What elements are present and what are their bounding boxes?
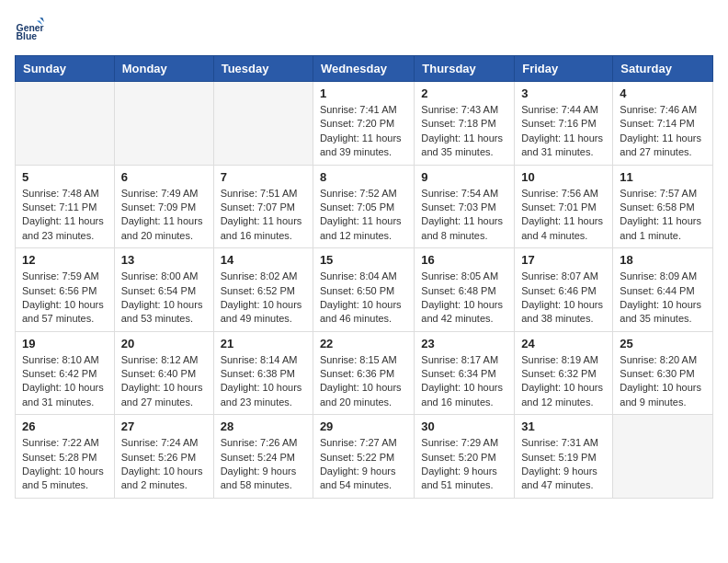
week-row-1: 1Sunrise: 7:41 AMSunset: 7:20 PMDaylight… bbox=[16, 82, 713, 166]
cell-info: Sunrise: 7:43 AMSunset: 7:18 PMDaylight:… bbox=[421, 103, 507, 160]
day-number: 20 bbox=[121, 337, 207, 350]
calendar-cell: 22Sunrise: 8:15 AMSunset: 6:36 PMDayligh… bbox=[313, 331, 414, 415]
day-number: 8 bbox=[320, 170, 407, 184]
day-number: 17 bbox=[521, 253, 606, 267]
day-number: 2 bbox=[421, 86, 507, 100]
day-number: 1 bbox=[320, 86, 407, 100]
calendar-cell bbox=[114, 82, 213, 166]
week-row-4: 19Sunrise: 8:10 AMSunset: 6:42 PMDayligh… bbox=[16, 331, 713, 415]
weekday-header-sunday: Sunday bbox=[16, 56, 115, 82]
calendar-cell: 27Sunrise: 7:24 AMSunset: 5:26 PMDayligh… bbox=[114, 415, 213, 499]
day-number: 27 bbox=[121, 419, 207, 433]
calendar-cell: 4Sunrise: 7:46 AMSunset: 7:14 PMDaylight… bbox=[613, 82, 713, 166]
day-number: 9 bbox=[421, 170, 507, 184]
weekday-header-saturday: Saturday bbox=[613, 56, 713, 82]
cell-info: Sunrise: 7:52 AMSunset: 7:05 PMDaylight:… bbox=[320, 187, 407, 244]
calendar-header-row: SundayMondayTuesdayWednesdayThursdayFrid… bbox=[16, 56, 713, 82]
cell-info: Sunrise: 7:54 AMSunset: 7:03 PMDaylight:… bbox=[421, 187, 507, 244]
calendar-cell: 19Sunrise: 8:10 AMSunset: 6:42 PMDayligh… bbox=[16, 331, 115, 415]
day-number: 31 bbox=[521, 419, 606, 433]
cell-info: Sunrise: 8:10 AMSunset: 6:42 PMDaylight:… bbox=[22, 353, 108, 410]
cell-info: Sunrise: 7:49 AMSunset: 7:09 PMDaylight:… bbox=[121, 187, 207, 244]
calendar-cell: 6Sunrise: 7:49 AMSunset: 7:09 PMDaylight… bbox=[114, 165, 213, 248]
cell-info: Sunrise: 7:44 AMSunset: 7:16 PMDaylight:… bbox=[521, 103, 606, 160]
calendar-cell: 12Sunrise: 7:59 AMSunset: 6:56 PMDayligh… bbox=[16, 248, 115, 332]
calendar-cell: 25Sunrise: 8:20 AMSunset: 6:30 PMDayligh… bbox=[613, 331, 713, 415]
day-number: 30 bbox=[421, 419, 507, 433]
calendar-cell: 8Sunrise: 7:52 AMSunset: 7:05 PMDaylight… bbox=[313, 165, 414, 248]
calendar-cell: 30Sunrise: 7:29 AMSunset: 5:20 PMDayligh… bbox=[415, 415, 515, 499]
cell-info: Sunrise: 8:17 AMSunset: 6:34 PMDaylight:… bbox=[421, 353, 507, 410]
logo: General Blue bbox=[15, 15, 48, 44]
calendar-cell: 21Sunrise: 8:14 AMSunset: 6:38 PMDayligh… bbox=[213, 331, 313, 415]
calendar-cell: 31Sunrise: 7:31 AMSunset: 5:19 PMDayligh… bbox=[515, 415, 613, 499]
cell-info: Sunrise: 7:27 AMSunset: 5:22 PMDaylight:… bbox=[320, 436, 407, 493]
day-number: 29 bbox=[320, 419, 407, 433]
page-header: General Blue bbox=[15, 15, 713, 44]
week-row-2: 5Sunrise: 7:48 AMSunset: 7:11 PMDaylight… bbox=[16, 165, 713, 248]
cell-info: Sunrise: 7:46 AMSunset: 7:14 PMDaylight:… bbox=[620, 103, 706, 160]
cell-info: Sunrise: 7:59 AMSunset: 6:56 PMDaylight:… bbox=[22, 270, 108, 327]
calendar-cell: 9Sunrise: 7:54 AMSunset: 7:03 PMDaylight… bbox=[415, 165, 515, 248]
day-number: 12 bbox=[22, 253, 108, 267]
day-number: 14 bbox=[221, 253, 306, 267]
week-row-3: 12Sunrise: 7:59 AMSunset: 6:56 PMDayligh… bbox=[16, 248, 713, 332]
cell-info: Sunrise: 8:04 AMSunset: 6:50 PMDaylight:… bbox=[320, 270, 407, 327]
cell-info: Sunrise: 7:29 AMSunset: 5:20 PMDaylight:… bbox=[421, 436, 507, 493]
cell-info: Sunrise: 7:48 AMSunset: 7:11 PMDaylight:… bbox=[22, 187, 108, 244]
calendar-cell: 23Sunrise: 8:17 AMSunset: 6:34 PMDayligh… bbox=[415, 331, 515, 415]
cell-info: Sunrise: 7:41 AMSunset: 7:20 PMDaylight:… bbox=[320, 103, 407, 160]
cell-info: Sunrise: 7:31 AMSunset: 5:19 PMDaylight:… bbox=[521, 436, 606, 493]
cell-info: Sunrise: 8:15 AMSunset: 6:36 PMDaylight:… bbox=[320, 353, 407, 410]
weekday-header-thursday: Thursday bbox=[415, 56, 515, 82]
day-number: 23 bbox=[421, 337, 507, 350]
day-number: 28 bbox=[221, 419, 306, 433]
calendar-cell: 7Sunrise: 7:51 AMSunset: 7:07 PMDaylight… bbox=[213, 165, 313, 248]
cell-info: Sunrise: 7:57 AMSunset: 6:58 PMDaylight:… bbox=[620, 187, 706, 244]
cell-info: Sunrise: 7:51 AMSunset: 7:07 PMDaylight:… bbox=[221, 187, 306, 244]
day-number: 22 bbox=[320, 337, 407, 350]
calendar-table: SundayMondayTuesdayWednesdayThursdayFrid… bbox=[15, 55, 713, 499]
day-number: 11 bbox=[620, 170, 706, 184]
calendar-cell: 11Sunrise: 7:57 AMSunset: 6:58 PMDayligh… bbox=[613, 165, 713, 248]
calendar-cell: 26Sunrise: 7:22 AMSunset: 5:28 PMDayligh… bbox=[16, 415, 115, 499]
calendar-cell bbox=[16, 82, 115, 166]
cell-info: Sunrise: 7:26 AMSunset: 5:24 PMDaylight:… bbox=[221, 436, 306, 493]
calendar-cell: 14Sunrise: 8:02 AMSunset: 6:52 PMDayligh… bbox=[213, 248, 313, 332]
calendar-cell: 16Sunrise: 8:05 AMSunset: 6:48 PMDayligh… bbox=[415, 248, 515, 332]
calendar-cell: 2Sunrise: 7:43 AMSunset: 7:18 PMDaylight… bbox=[415, 82, 515, 166]
svg-text:Blue: Blue bbox=[17, 31, 38, 41]
day-number: 16 bbox=[421, 253, 507, 267]
calendar-cell: 10Sunrise: 7:56 AMSunset: 7:01 PMDayligh… bbox=[515, 165, 613, 248]
weekday-header-monday: Monday bbox=[114, 56, 213, 82]
weekday-header-wednesday: Wednesday bbox=[313, 56, 414, 82]
cell-info: Sunrise: 8:09 AMSunset: 6:44 PMDaylight:… bbox=[620, 270, 706, 327]
day-number: 24 bbox=[521, 337, 606, 350]
calendar-cell: 29Sunrise: 7:27 AMSunset: 5:22 PMDayligh… bbox=[313, 415, 414, 499]
day-number: 7 bbox=[221, 170, 306, 184]
day-number: 13 bbox=[121, 253, 207, 267]
calendar-cell: 5Sunrise: 7:48 AMSunset: 7:11 PMDaylight… bbox=[16, 165, 115, 248]
day-number: 6 bbox=[121, 170, 207, 184]
cell-info: Sunrise: 8:14 AMSunset: 6:38 PMDaylight:… bbox=[221, 353, 306, 410]
calendar-cell bbox=[613, 415, 713, 499]
calendar-cell: 15Sunrise: 8:04 AMSunset: 6:50 PMDayligh… bbox=[313, 248, 414, 332]
day-number: 19 bbox=[22, 337, 108, 350]
cell-info: Sunrise: 8:00 AMSunset: 6:54 PMDaylight:… bbox=[121, 270, 207, 327]
day-number: 3 bbox=[521, 86, 606, 100]
day-number: 10 bbox=[521, 170, 606, 184]
weekday-header-tuesday: Tuesday bbox=[213, 56, 313, 82]
day-number: 5 bbox=[22, 170, 108, 184]
cell-info: Sunrise: 7:22 AMSunset: 5:28 PMDaylight:… bbox=[22, 436, 108, 493]
day-number: 25 bbox=[620, 337, 706, 350]
day-number: 4 bbox=[620, 86, 706, 100]
calendar-cell: 3Sunrise: 7:44 AMSunset: 7:16 PMDaylight… bbox=[515, 82, 613, 166]
cell-info: Sunrise: 8:07 AMSunset: 6:46 PMDaylight:… bbox=[521, 270, 606, 327]
calendar-cell: 1Sunrise: 7:41 AMSunset: 7:20 PMDaylight… bbox=[313, 82, 414, 166]
calendar-cell: 28Sunrise: 7:26 AMSunset: 5:24 PMDayligh… bbox=[213, 415, 313, 499]
calendar-cell: 20Sunrise: 8:12 AMSunset: 6:40 PMDayligh… bbox=[114, 331, 213, 415]
cell-info: Sunrise: 8:20 AMSunset: 6:30 PMDaylight:… bbox=[620, 353, 706, 410]
cell-info: Sunrise: 8:12 AMSunset: 6:40 PMDaylight:… bbox=[121, 353, 207, 410]
calendar-cell bbox=[213, 82, 313, 166]
week-row-5: 26Sunrise: 7:22 AMSunset: 5:28 PMDayligh… bbox=[16, 415, 713, 499]
